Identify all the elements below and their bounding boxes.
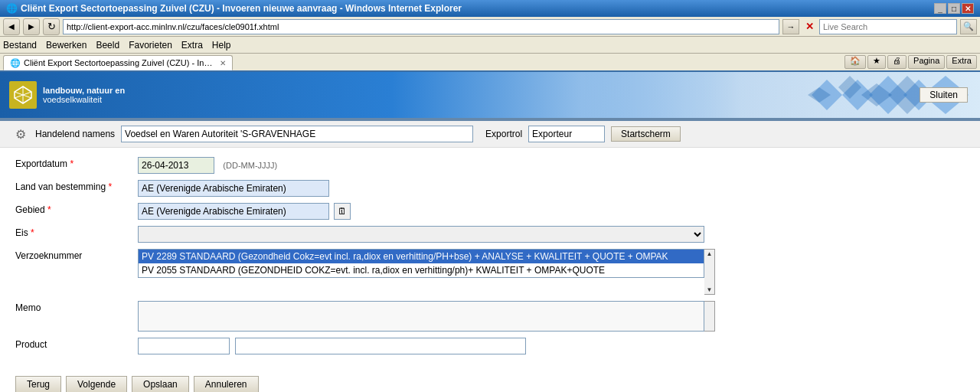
calendar-icon[interactable]: 🗓 [334, 203, 351, 220]
exportdatum-row: Exportdatum * (DD-MM-JJJJ) [15, 157, 965, 174]
window-title: 🌐 Cliënt Export Sectortoepassing Zuivel … [6, 3, 462, 14]
exportdatum-control: (DD-MM-JJJJ) [138, 157, 277, 174]
pagina-button[interactable]: Pagina [908, 55, 945, 69]
land-required: * [108, 181, 112, 192]
home-button[interactable]: 🏠 [844, 55, 866, 69]
go-button[interactable]: → [782, 19, 799, 34]
gear-icon: ⚙ [12, 126, 29, 142]
dropdown-listbox: PV 2289 STANDAARD (Gezondheid Cokz=evt i… [138, 249, 704, 278]
eis-label: Eis * [15, 226, 138, 238]
eis-row: Eis * [15, 226, 965, 243]
svg-marker-11 [808, 87, 831, 103]
title-icon: 🌐 [6, 3, 18, 14]
main-form: Exportdatum * (DD-MM-JJJJ) Land van best… [0, 148, 980, 370]
handelend-label: Handelend namens [35, 129, 115, 139]
land-control [138, 180, 329, 197]
verzoeknummer-label: Verzoeknummer [15, 249, 138, 261]
logo-text: landbouw, natuur en voedselkwaliteit [43, 86, 125, 104]
svg-marker-7 [842, 80, 873, 110]
close-button[interactable]: ✕ [962, 3, 974, 14]
extra-button[interactable]: Extra [946, 55, 977, 69]
dropdown-scrollbar[interactable]: ▲ ▼ [704, 249, 715, 295]
volgende-button[interactable]: Volgende [66, 376, 127, 392]
menu-bestand[interactable]: Bestand [3, 40, 37, 51]
search-button[interactable]: 🔍 [960, 19, 977, 34]
svg-marker-12 [838, 76, 861, 99]
dropdown-wrapper: PV 2289 STANDAARD (Gezondheid Cokz=evt i… [138, 249, 715, 295]
gebied-row: Gebied * 🗓 [15, 203, 965, 220]
annuleren-button[interactable]: Annuleren [194, 376, 259, 392]
logo-line1: landbouw, natuur en [43, 86, 125, 95]
dropdown-item-1[interactable]: PV 2055 STANDAARD (GEZONDHEID COKZ=evt. … [139, 263, 704, 277]
gebied-input[interactable] [138, 203, 329, 220]
exportdatum-label: Exportdatum * [15, 157, 138, 169]
svg-marker-8 [869, 76, 907, 114]
logo-icon [9, 81, 37, 109]
exportdatum-required: * [70, 158, 74, 169]
dropdown-item-0[interactable]: PV 2289 STANDAARD (Gezondheid Cokz=evt i… [139, 250, 704, 263]
handelend-row: ⚙ Handelend namens Exportrol Startscherm [0, 121, 980, 148]
land-label: Land van bestemming * [15, 180, 138, 192]
exportrol-label: Exportrol [485, 129, 522, 139]
back-button[interactable]: ◀ [3, 18, 20, 35]
gebied-label: Gebied * [15, 203, 138, 215]
product-label: Product [15, 338, 138, 350]
verzoeknummer-control: PV 2289 STANDAARD (Gezondheid Cokz=evt i… [138, 249, 715, 295]
buttons-row: Terug Volgende Opslaan Annuleren [0, 370, 980, 392]
tab-close-button[interactable]: ✕ [220, 59, 226, 67]
tab-label: Cliënt Export Sectortoepassing Zuivel (C… [24, 58, 214, 67]
land-input[interactable] [138, 180, 329, 197]
minimize-button[interactable]: _ [934, 3, 946, 14]
memo-label: Memo [15, 301, 138, 313]
stop-button[interactable]: ✕ [802, 20, 816, 34]
menu-extra[interactable]: Extra [181, 40, 203, 51]
exportrol-input[interactable] [528, 126, 605, 142]
svg-marker-13 [861, 83, 892, 106]
title-bar: 🌐 Cliënt Export Sectortoepassing Zuivel … [0, 0, 980, 17]
gebied-required: * [47, 204, 51, 215]
memo-control [138, 301, 715, 332]
url-input[interactable] [63, 19, 779, 34]
memo-row: Memo [15, 301, 965, 332]
tab-toolbar: 🏠 ★ 🖨 Pagina Extra [844, 55, 977, 70]
app-header: landbouw, natuur en voedselkwaliteit S [0, 72, 980, 118]
tab-main[interactable]: 🌐 Cliënt Export Sectortoepassing Zuivel … [3, 55, 233, 70]
product-input1[interactable] [138, 338, 230, 354]
scroll-down-arrow[interactable]: ▼ [706, 286, 714, 294]
product-input2[interactable] [235, 338, 526, 354]
menu-beeld[interactable]: Beeld [96, 40, 119, 51]
product-row: Product [15, 338, 965, 354]
exportdatum-hint: (DD-MM-JJJJ) [223, 158, 277, 170]
memo-textarea[interactable] [138, 301, 704, 332]
refresh-button[interactable]: ↻ [43, 18, 60, 35]
memo-scrollbar[interactable] [704, 301, 715, 332]
opslaan-button[interactable]: Opslaan [132, 376, 189, 392]
gebied-control: 🗓 [138, 203, 351, 220]
print-button[interactable]: 🖨 [887, 55, 906, 69]
svg-marker-6 [812, 80, 842, 110]
window-controls[interactable]: _ □ ✕ [934, 3, 974, 14]
product-control [138, 338, 529, 354]
menu-bewerken[interactable]: Bewerken [46, 40, 87, 51]
verzoeknummer-row: Verzoeknummer PV 2289 STANDAARD (Gezondh… [15, 249, 965, 295]
startscherm-button[interactable]: Startscherm [611, 126, 681, 142]
menu-help[interactable]: Help [212, 40, 231, 51]
handelend-input[interactable] [121, 126, 473, 142]
eis-control [138, 226, 704, 243]
eis-select[interactable] [138, 226, 704, 243]
logo-line2: voedselkwaliteit [43, 95, 125, 104]
favorites-button[interactable]: ★ [867, 55, 886, 69]
exportdatum-input[interactable] [138, 157, 214, 174]
forward-button[interactable]: ▶ [23, 18, 40, 35]
terug-button[interactable]: Terug [15, 376, 61, 392]
tab-favicon: 🌐 [10, 58, 21, 68]
land-row: Land van bestemming * [15, 180, 965, 197]
address-bar: ◀ ▶ ↻ → ✕ 🔍 [0, 17, 980, 37]
scroll-up-arrow[interactable]: ▲ [706, 250, 714, 258]
maximize-button[interactable]: □ [948, 3, 960, 14]
sluiten-button[interactable]: Sluiten [920, 87, 968, 103]
menu-bar: Bestand Bewerken Beeld Favorieten Extra … [0, 37, 980, 54]
search-input[interactable] [819, 19, 957, 34]
tab-bar: 🌐 Cliënt Export Sectortoepassing Zuivel … [0, 54, 980, 72]
menu-favorieten[interactable]: Favorieten [129, 40, 172, 51]
